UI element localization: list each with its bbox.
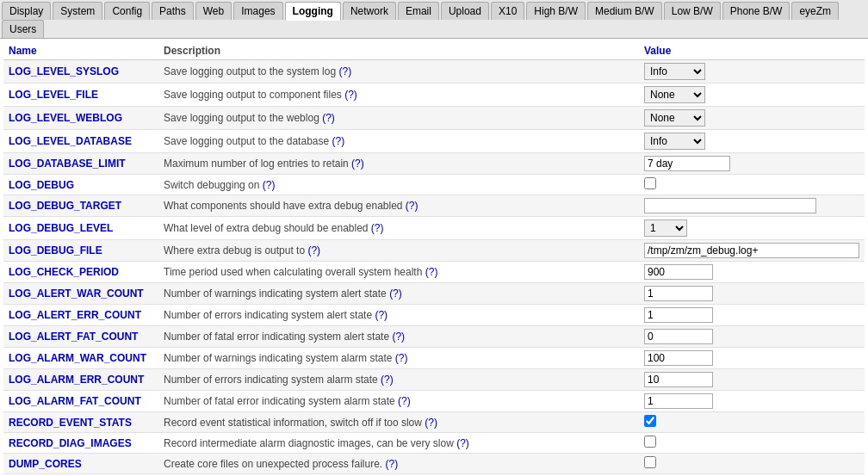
row-desc-log_level_database: Save logging output to the database (?)	[158, 130, 639, 153]
row-value-log_level_database[interactable]: NoneInfoWarningErrorFatalDebug	[639, 130, 865, 153]
help-link-log_debug[interactable]: (?)	[263, 179, 276, 191]
row-name-log_debug_file: LOG_DEBUG_FILE	[3, 240, 158, 262]
help-link-log_level_weblog[interactable]: (?)	[322, 112, 335, 124]
help-link-log_alarm_war_count[interactable]: (?)	[395, 352, 408, 364]
tab-x10[interactable]: X10	[491, 2, 524, 20]
row-desc-log_debug_file: Where extra debug is output to (?)	[158, 240, 639, 262]
help-link-log_level_database[interactable]: (?)	[332, 135, 345, 147]
input-log_database_limit[interactable]	[644, 156, 730, 171]
row-value-log_alarm_fat_count[interactable]	[639, 391, 865, 412]
row-value-log_level_syslog[interactable]: NoneInfoWarningErrorFatalDebug	[639, 60, 865, 83]
tab-logging[interactable]: Logging	[285, 2, 341, 21]
row-value-record_diag_images[interactable]	[639, 433, 865, 454]
select-log_debug_level[interactable]: 123456789	[644, 219, 687, 237]
help-link-log_debug_level[interactable]: (?)	[371, 222, 384, 234]
help-link-log_check_period[interactable]: (?)	[425, 266, 438, 278]
input-log_alert_fat_count[interactable]	[644, 329, 713, 344]
row-value-log_debug_level[interactable]: 123456789	[639, 217, 865, 240]
table-row: LOG_DEBUGSwitch debugging on (?)	[3, 175, 865, 195]
row-desc-record_event_stats: Record event statistical information, sw…	[158, 412, 639, 433]
input-log_alarm_err_count[interactable]	[644, 372, 713, 387]
input-log_alert_war_count[interactable]	[644, 286, 713, 301]
table-row: LOG_ALARM_ERR_COUNTNumber of errors indi…	[3, 369, 865, 391]
row-name-record_diag_images: RECORD_DIAG_IMAGES	[3, 433, 158, 454]
row-value-log_alarm_war_count[interactable]	[639, 348, 865, 369]
main-content: Name Description Value LOG_LEVEL_SYSLOGS…	[0, 39, 868, 476]
input-log_check_period[interactable]	[644, 264, 713, 280]
help-link-record_event_stats[interactable]: (?)	[425, 417, 437, 429]
table-row: LOG_DATABASE_LIMITMaximum number of log …	[3, 153, 865, 175]
row-name-log_alarm_fat_count: LOG_ALARM_FAT_COUNT	[3, 391, 158, 412]
tab-users[interactable]: Users	[2, 20, 44, 38]
row-value-log_alert_err_count[interactable]	[639, 305, 865, 326]
row-value-log_debug_file[interactable]	[639, 240, 865, 262]
row-name-log_debug_level: LOG_DEBUG_LEVEL	[3, 217, 158, 240]
row-desc-dump_cores: Create core files on unexpected process …	[158, 454, 639, 474]
table-row: LOG_ALARM_WAR_COUNTNumber of warnings in…	[3, 348, 865, 369]
tab-paths[interactable]: Paths	[152, 2, 194, 20]
checkbox-dump_cores[interactable]	[644, 456, 656, 468]
row-desc-log_level_file: Save logging output to component files (…	[158, 83, 639, 107]
select-log_level_weblog[interactable]: NoneInfoWarningErrorFatalDebug	[644, 109, 705, 127]
help-link-log_debug_target[interactable]: (?)	[406, 200, 418, 212]
row-value-log_level_weblog[interactable]: NoneInfoWarningErrorFatalDebug	[639, 107, 865, 130]
row-value-log_debug[interactable]	[639, 175, 865, 195]
select-log_level_syslog[interactable]: NoneInfoWarningErrorFatalDebug	[644, 63, 705, 80]
row-value-log_alarm_err_count[interactable]	[639, 369, 865, 391]
row-value-log_database_limit[interactable]	[639, 153, 865, 175]
select-log_level_database[interactable]: NoneInfoWarningErrorFatalDebug	[644, 133, 705, 150]
table-row: LOG_LEVEL_SYSLOGSave logging output to t…	[3, 60, 865, 83]
row-value-log_alert_fat_count[interactable]	[639, 326, 865, 348]
row-desc-log_database_limit: Maximum number of log entries to retain …	[158, 153, 639, 175]
input-log_alarm_war_count[interactable]	[644, 350, 713, 366]
help-link-log_debug_file[interactable]: (?)	[307, 244, 320, 257]
tab-medium-b-w[interactable]: Medium B/W	[587, 2, 662, 20]
row-value-log_level_file[interactable]: NoneInfoWarningErrorFatalDebug	[639, 83, 865, 107]
tab-high-b-w[interactable]: High B/W	[526, 2, 586, 20]
tab-system[interactable]: System	[53, 2, 102, 20]
table-row: LOG_LEVEL_FILESave logging output to com…	[3, 83, 865, 107]
help-link-log_database_limit[interactable]: (?)	[351, 158, 364, 170]
help-link-log_alert_fat_count[interactable]: (?)	[392, 331, 405, 343]
tab-eyezm[interactable]: eyeZm	[791, 2, 839, 20]
tab-network[interactable]: Network	[343, 2, 396, 20]
checkbox-log_debug[interactable]	[644, 177, 656, 189]
input-log_alarm_fat_count[interactable]	[644, 393, 713, 409]
tab-images[interactable]: Images	[233, 2, 282, 20]
row-value-log_alert_war_count[interactable]	[639, 283, 865, 305]
help-link-log_alarm_err_count[interactable]: (?)	[381, 374, 394, 386]
row-desc-log_alarm_err_count: Number of errors indicating system alarm…	[158, 369, 639, 391]
row-desc-log_alert_fat_count: Number of fatal error indicating system …	[158, 326, 639, 348]
help-link-log_level_file[interactable]: (?)	[344, 89, 357, 101]
help-link-log_alert_err_count[interactable]: (?)	[375, 309, 388, 321]
input-log_debug_file[interactable]	[644, 243, 859, 258]
help-link-log_alert_war_count[interactable]: (?)	[389, 287, 402, 300]
help-link-log_level_syslog[interactable]: (?)	[338, 65, 351, 77]
help-link-dump_cores[interactable]: (?)	[385, 458, 398, 470]
help-link-log_alarm_fat_count[interactable]: (?)	[398, 395, 411, 407]
tab-phone-b-w[interactable]: Phone B/W	[722, 2, 790, 20]
row-value-log_check_period[interactable]	[639, 262, 865, 283]
checkbox-record_diag_images[interactable]	[644, 436, 656, 448]
table-row: LOG_ALERT_WAR_COUNTNumber of warnings in…	[3, 283, 865, 305]
help-link-record_diag_images[interactable]: (?)	[456, 437, 469, 449]
tab-low-b-w[interactable]: Low B/W	[664, 2, 721, 20]
row-name-log_debug: LOG_DEBUG	[3, 175, 158, 195]
tab-web[interactable]: Web	[195, 2, 232, 20]
input-log_alert_err_count[interactable]	[644, 307, 713, 323]
tab-config[interactable]: Config	[104, 2, 150, 20]
row-value-dump_cores[interactable]	[639, 454, 865, 474]
tab-display[interactable]: Display	[2, 2, 51, 20]
tab-email[interactable]: Email	[398, 2, 439, 20]
tab-upload[interactable]: Upload	[441, 2, 489, 20]
checkbox-record_event_stats[interactable]	[644, 415, 656, 427]
col-header-name: Name	[3, 42, 158, 60]
row-value-record_event_stats[interactable]	[639, 412, 865, 433]
row-desc-log_alarm_war_count: Number of warnings indicating system ala…	[158, 348, 639, 369]
table-row: LOG_ALERT_ERR_COUNTNumber of errors indi…	[3, 305, 865, 326]
row-value-log_debug_target[interactable]	[639, 195, 865, 217]
table-row: RECORD_DIAG_IMAGESRecord intermediate al…	[3, 433, 865, 454]
select-log_level_file[interactable]: NoneInfoWarningErrorFatalDebug	[644, 86, 705, 103]
input-log_debug_target[interactable]	[644, 198, 816, 213]
row-desc-log_level_syslog: Save logging output to the system log (?…	[158, 60, 639, 83]
